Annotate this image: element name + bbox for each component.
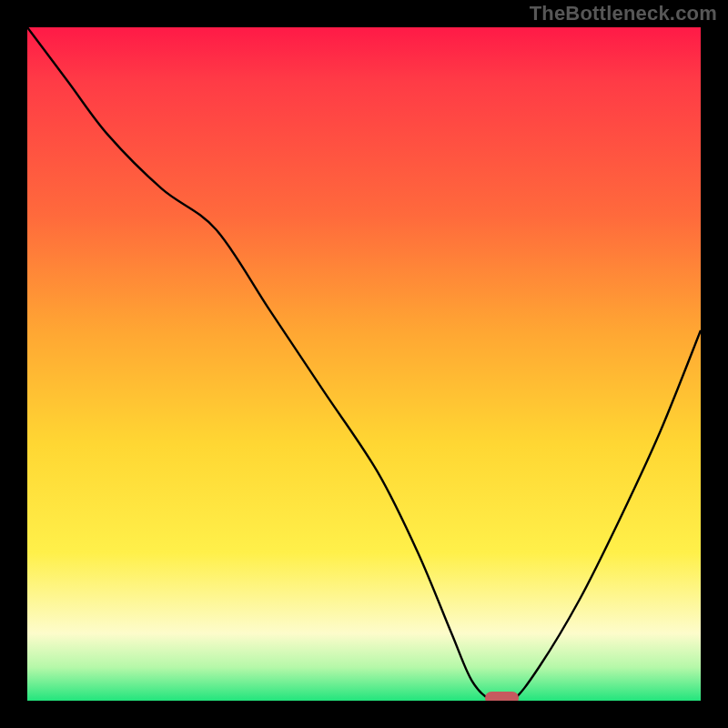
bottleneck-curve [27, 27, 701, 701]
minimum-marker [485, 692, 519, 701]
plot-area [27, 27, 701, 701]
curve-path [27, 27, 701, 701]
chart-frame: TheBottleneck.com [0, 0, 728, 728]
watermark-label: TheBottleneck.com [530, 2, 717, 25]
